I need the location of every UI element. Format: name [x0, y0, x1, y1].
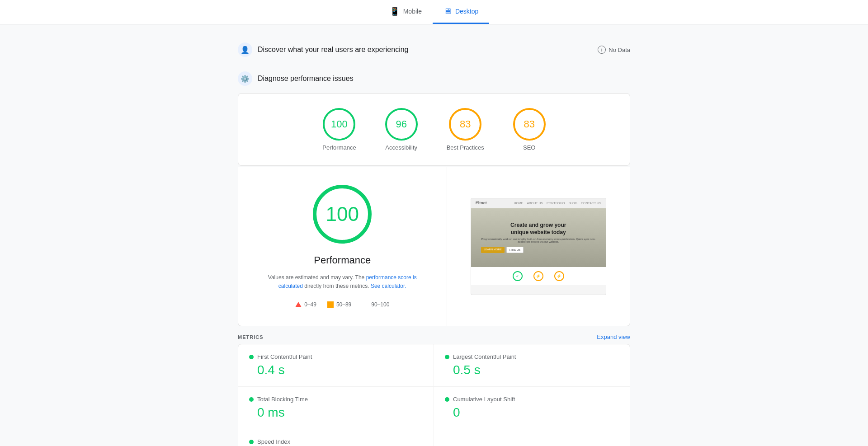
metrics-grid: First Contentful Paint 0.4 s Largest Con…	[238, 344, 630, 446]
preview-hero-title: Create and grow yourunique website today	[481, 222, 595, 236]
accessibility-circle: 96	[385, 108, 418, 141]
legend-row: 0–49 50–89 90–100	[295, 301, 389, 308]
legend-fail: 0–49	[295, 301, 316, 308]
perf-desc-text1: Values are estimated and may vary. The	[268, 274, 364, 281]
metric-cls-name: Cumulative Layout Shift	[453, 396, 515, 403]
page-wrapper: 📱 Mobile 🖥 Desktop 👤 Discover what your …	[0, 0, 868, 446]
nav-link-portfolio: PORTFOLIO	[547, 202, 565, 205]
performance-circle: 100	[323, 108, 355, 141]
diagnose-section[interactable]: ⚙️ Diagnose performance issues	[238, 64, 630, 93]
preview-score-3: ⚡	[554, 271, 564, 281]
metric-lcp-dot	[445, 355, 449, 359]
score-performance[interactable]: 100 Performance	[322, 108, 356, 151]
metric-fcp: First Contentful Paint 0.4 s	[238, 344, 434, 387]
legend-average-range: 50–89	[336, 301, 351, 308]
perf-desc: Values are estimated and may vary. The p…	[265, 273, 419, 291]
scores-card: 100 Performance 96 Accessibility 83 Best…	[238, 93, 630, 166]
performance-score: 100	[331, 118, 348, 130]
preview-hero-text: Create and grow yourunique website today…	[481, 222, 595, 253]
info-icon: i	[598, 46, 606, 54]
tab-mobile[interactable]: 📱 Mobile	[379, 0, 433, 24]
metric-si-name-row: Speed Index	[249, 438, 423, 445]
legend-fail-range: 0–49	[304, 301, 316, 308]
metric-tbt-name-row: Total Blocking Time	[249, 396, 423, 403]
legend-good: 90–100	[362, 301, 389, 308]
expand-view-button[interactable]: Expand view	[597, 333, 630, 340]
metric-lcp-value: 0.5 s	[445, 363, 619, 377]
nav-link-blog: BLOG	[568, 202, 577, 205]
preview-hero-btns: LEARN MORE HIRE US	[481, 247, 595, 253]
metric-fcp-name-row: First Contentful Paint	[249, 353, 423, 360]
preview-nav: Eltnet HOME ABOUT US PORTFOLIO BLOG CONT…	[471, 198, 606, 208]
metric-tbt-value: 0 ms	[249, 405, 423, 420]
detail-left: 100 Performance Values are estimated and…	[238, 167, 447, 326]
metric-lcp-name-row: Largest Contentful Paint	[445, 353, 619, 360]
score-seo[interactable]: 83 SEO	[513, 108, 546, 151]
preview-score-2: ⚡	[533, 271, 543, 281]
real-users-title: Discover what your real users are experi…	[258, 46, 408, 54]
score-accessibility[interactable]: 96 Accessibility	[385, 108, 418, 151]
diagnose-icon: ⚙️	[238, 71, 252, 86]
metric-si: Speed Index 0.8 s	[238, 429, 434, 446]
metric-fcp-dot	[249, 355, 254, 359]
tab-mobile-label: Mobile	[403, 8, 422, 15]
detail-right: Eltnet HOME ABOUT US PORTFOLIO BLOG CONT…	[447, 167, 630, 326]
metrics-label: METRICS	[238, 334, 264, 340]
preview-hire-us-btn: HIRE US	[506, 247, 524, 253]
metric-lcp-name: Largest Contentful Paint	[453, 353, 516, 360]
metric-cls-value: 0	[445, 405, 619, 420]
metric-si-dot	[249, 440, 254, 444]
tab-desktop[interactable]: 🖥 Desktop	[433, 0, 489, 24]
nav-link-home: HOME	[514, 202, 523, 205]
nav-link-about: ABOUT US	[527, 202, 543, 205]
tab-bar: 📱 Mobile 🖥 Desktop	[0, 0, 868, 24]
metric-cls: Cumulative Layout Shift 0	[434, 387, 630, 429]
perf-link2[interactable]: See calculator.	[371, 283, 406, 289]
perf-desc-text2: directly from these metrics.	[304, 283, 369, 289]
best-practices-label: Best Practices	[447, 144, 484, 151]
metric-cls-name-row: Cumulative Layout Shift	[445, 396, 619, 403]
dot-icon	[362, 301, 368, 308]
main-content: 👤 Discover what your real users are expe…	[231, 24, 637, 446]
detail-card: 100 Performance Values are estimated and…	[238, 167, 630, 326]
legend-good-range: 90–100	[371, 301, 389, 308]
preview-learn-more-btn: LEARN MORE	[481, 247, 505, 253]
nav-link-contact: CONTACT US	[581, 202, 601, 205]
preview-nav-links: HOME ABOUT US PORTFOLIO BLOG CONTACT US	[514, 202, 601, 205]
perf-title: Performance	[314, 254, 371, 266]
diagnose-title: Diagnose performance issues	[258, 75, 354, 83]
metric-fcp-value: 0.4 s	[249, 363, 423, 377]
metric-tbt-name: Total Blocking Time	[257, 396, 308, 403]
tab-desktop-label: Desktop	[455, 8, 478, 15]
accessibility-label: Accessibility	[385, 144, 417, 151]
mobile-icon: 📱	[390, 6, 400, 16]
no-data-label: No Data	[609, 47, 630, 53]
real-users-section[interactable]: 👤 Discover what your real users are expe…	[238, 35, 630, 64]
metric-tbt: Total Blocking Time 0 ms	[238, 387, 434, 429]
best-practices-circle: 83	[449, 108, 481, 141]
preview-score-1: ✓	[513, 271, 523, 281]
score-best-practices[interactable]: 83 Best Practices	[447, 108, 484, 151]
performance-label: Performance	[322, 144, 356, 151]
best-practices-score: 83	[460, 118, 471, 130]
preview-hero-sub: Programmatically work on our lengthy bui…	[481, 238, 595, 243]
scores-row: 100 Performance 96 Accessibility 83 Best…	[260, 108, 608, 151]
person-icon: 👤	[238, 42, 252, 57]
big-performance-circle: 100	[313, 185, 372, 244]
metric-fcp-name: First Contentful Paint	[257, 353, 312, 360]
no-data-badge: i No Data	[598, 46, 630, 54]
metrics-header: METRICS Expand view	[238, 326, 630, 344]
triangle-icon	[295, 302, 302, 307]
metric-tbt-dot	[249, 397, 254, 402]
seo-label: SEO	[523, 144, 535, 151]
square-icon	[327, 301, 334, 308]
metric-si-name: Speed Index	[257, 438, 290, 445]
accessibility-score: 96	[396, 118, 406, 130]
seo-circle: 83	[513, 108, 546, 141]
big-performance-score: 100	[326, 203, 359, 225]
seo-score: 83	[524, 118, 535, 130]
preview-hero: Create and grow yourunique website today…	[471, 208, 606, 267]
metric-cls-dot	[445, 397, 449, 402]
metric-lcp: Largest Contentful Paint 0.5 s	[434, 344, 630, 387]
desktop-icon: 🖥	[443, 7, 452, 16]
